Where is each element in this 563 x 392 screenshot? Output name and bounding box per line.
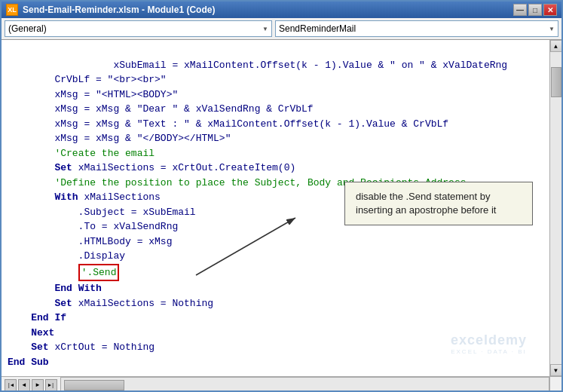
watermark: exceldemy EXCEL · DATA · BI — [451, 332, 527, 355]
general-dropdown[interactable]: (General) ▼ — [5, 20, 272, 37]
scroll-thumb-h[interactable] — [64, 380, 124, 390]
send-highlight: '.Send — [78, 264, 120, 282]
general-dropdown-label: (General) — [8, 23, 47, 34]
callout-text: disable the .Send statement by inserting… — [356, 191, 496, 216]
scroll-left-button[interactable]: ◄ — [18, 379, 30, 391]
callout-box: disable the .Send statement by inserting… — [344, 182, 533, 225]
watermark-logo: exceldemy — [451, 332, 527, 348]
title-bar: XL Send-Email-Reminder.xlsm - Module1 (C… — [2, 2, 561, 18]
vertical-scrollbar[interactable]: ▲ ▼ — [549, 40, 561, 376]
minimize-button[interactable]: — — [513, 4, 527, 16]
scroll-track-v[interactable] — [550, 52, 561, 364]
general-dropdown-arrow: ▼ — [262, 26, 268, 32]
procedure-dropdown[interactable]: SendReminderMail ▼ — [275, 20, 558, 37]
toolbar: (General) ▼ SendReminderMail ▼ — [2, 18, 561, 40]
scroll-right-step1[interactable]: ►| — [45, 379, 57, 391]
procedure-dropdown-arrow: ▼ — [549, 26, 555, 32]
window: XL Send-Email-Reminder.xlsm - Module1 (C… — [0, 0, 563, 392]
watermark-sub: EXCEL · DATA · BI — [451, 348, 527, 355]
scroll-right-button[interactable]: ► — [32, 379, 44, 391]
app-icon: XL — [6, 4, 18, 16]
window-title: Send-Email-Reminder.xlsm - Module1 (Code… — [23, 5, 215, 15]
horizontal-scrollbar[interactable] — [60, 377, 549, 392]
scroll-corner — [549, 377, 561, 393]
scroll-up-button[interactable]: ▲ — [550, 40, 562, 52]
code-editor[interactable]: xSubEmail = xMailContent.Offset(k - 1).V… — [2, 40, 549, 376]
maximize-button[interactable]: □ — [528, 4, 542, 16]
scroll-thumb-v[interactable] — [551, 67, 561, 97]
scroll-down-button[interactable]: ▼ — [550, 364, 562, 376]
close-button[interactable]: ✕ — [543, 4, 557, 16]
scroll-left-step1[interactable]: |◄ — [5, 379, 17, 391]
procedure-dropdown-label: SendReminderMail — [279, 23, 356, 34]
horizontal-scrollbar-container: |◄ ◄ ► ►| — [2, 376, 561, 392]
